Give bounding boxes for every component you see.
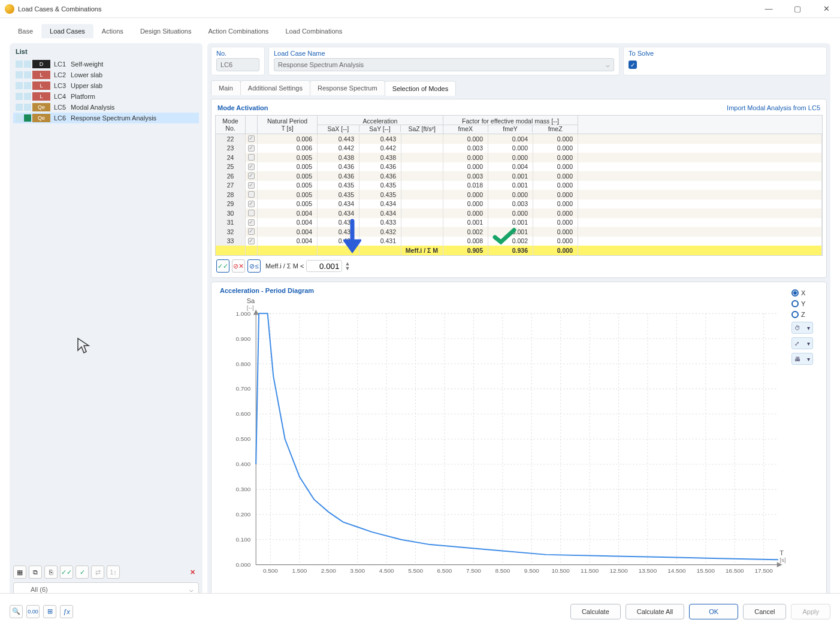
solve-field-box: To Solve ✓ xyxy=(623,47,827,75)
spinner-icon[interactable]: ▲▼ xyxy=(345,261,350,271)
loadcase-row[interactable]: LLC2Lower slab xyxy=(13,69,199,80)
svg-text:16.500: 16.500 xyxy=(726,567,744,574)
loadcase-row[interactable]: DLC1Self-weight xyxy=(13,59,199,69)
mode-checkbox[interactable] xyxy=(248,135,255,142)
precision-button[interactable]: 0.00 xyxy=(26,605,40,618)
mode-checkbox[interactable] xyxy=(248,201,255,207)
detail-panel: No. LC6 Load Case Name Response Spectrum… xyxy=(207,43,830,600)
filter-label: Meff.i / Σ M < xyxy=(265,262,304,270)
mode-checkbox[interactable] xyxy=(248,182,255,189)
apply-button: Apply xyxy=(791,604,830,619)
mode-checkbox[interactable] xyxy=(248,164,255,170)
mode-checkbox[interactable] xyxy=(248,228,255,235)
svg-text:1.500: 1.500 xyxy=(292,567,307,574)
chevron-down-icon: ⌵ xyxy=(606,61,610,69)
radio-y[interactable] xyxy=(791,300,799,307)
dup-button[interactable]: ⎘ xyxy=(44,566,58,579)
table-row[interactable]: 290.0050.4340.4340.0000.0030.000 xyxy=(216,199,822,209)
radio-x[interactable] xyxy=(791,289,799,297)
subtab-response-spectrum[interactable]: Response Spectrum xyxy=(310,80,385,95)
minimize-button[interactable]: — xyxy=(760,4,778,13)
subtab-selection-of-modes[interactable]: Selection of Modes xyxy=(385,81,457,96)
solve-checkbox[interactable]: ✓ xyxy=(629,61,637,69)
copy-button[interactable]: ⧉ xyxy=(29,566,42,579)
chart-panel: Acceleration - Period Diagram 0.0000.100… xyxy=(211,282,827,597)
ok-button[interactable]: OK xyxy=(689,604,738,619)
table-row[interactable]: 250.0050.4360.4360.0000.0040.000 xyxy=(216,162,822,172)
tree-button[interactable]: ⊞ xyxy=(43,605,56,618)
svg-text:0.500: 0.500 xyxy=(236,436,251,442)
svg-text:0.200: 0.200 xyxy=(236,511,251,518)
loadcase-row[interactable]: LLC4Platform xyxy=(13,91,199,102)
table-row[interactable]: 280.0050.4350.4350.0000.0000.000 xyxy=(216,190,822,199)
col-period: Natural PeriodT [s] xyxy=(258,116,318,134)
svg-text:3.500: 3.500 xyxy=(350,567,365,574)
radio-z[interactable] xyxy=(791,311,799,318)
table-row[interactable]: 240.0050.4380.4380.0000.0000.000 xyxy=(216,153,822,162)
plot-dropdown[interactable]: ⤢▾ xyxy=(791,337,813,349)
uncheck-all-button[interactable]: ✓ xyxy=(75,566,89,579)
table-row[interactable]: 300.0040.4340.4340.0000.0000.000 xyxy=(216,208,822,218)
svg-text:T: T xyxy=(779,549,784,557)
table-row[interactable]: 220.0060.4430.4430.0000.0040.000 xyxy=(216,134,822,144)
table-row[interactable]: 320.0040.4320.4320.0020.0010.000 xyxy=(216,227,822,237)
mode-checkbox[interactable] xyxy=(248,154,255,161)
mode-checkbox[interactable] xyxy=(248,191,255,198)
search-button[interactable]: 🔍 xyxy=(10,605,23,618)
tab-load-cases[interactable]: Load Cases xyxy=(41,24,93,38)
print-dropdown[interactable]: 🖶▾ xyxy=(791,353,813,365)
swap-button[interactable]: ⇄ xyxy=(91,566,104,579)
mode-checkbox[interactable] xyxy=(248,219,255,226)
renum-button[interactable]: 1↕ xyxy=(107,566,120,579)
mode-checkbox[interactable] xyxy=(248,145,255,152)
filter-value-input[interactable] xyxy=(306,260,342,272)
loadcase-row[interactable]: QeLC5Modal Analysis xyxy=(13,102,199,113)
col-check xyxy=(246,116,258,134)
mode-checkbox[interactable] xyxy=(248,238,255,244)
tab-base[interactable]: Base xyxy=(10,24,41,38)
import-link[interactable]: Import Modal Analysis from LC5 xyxy=(727,104,820,111)
col-factor: Factor for effective modal mass [--] fme… xyxy=(443,116,578,134)
svg-text:[s]: [s] xyxy=(779,557,786,563)
calculate-button[interactable]: Calculate xyxy=(570,604,621,619)
table-row[interactable]: 230.0060.4420.4420.0030.0000.000 xyxy=(216,144,822,153)
name-input[interactable]: Response Spectrum Analysis ⌵ xyxy=(274,58,614,71)
no-field-box: No. LC6 xyxy=(211,47,265,75)
footer: 🔍 0.00 ⊞ ƒx Calculate Calculate All OK C… xyxy=(0,593,840,629)
close-button[interactable]: ✕ xyxy=(817,4,835,13)
new-button[interactable]: ▦ xyxy=(13,566,26,579)
table-row[interactable]: 330.0040.4310.4310.0080.0020.000 xyxy=(216,237,822,246)
deselect-button[interactable]: ⊘✕ xyxy=(232,259,245,273)
tab-design-situations[interactable]: Design Situations xyxy=(132,24,200,38)
loadcase-row[interactable]: LLC3Upper slab xyxy=(13,80,199,91)
delete-button[interactable]: ✕ xyxy=(186,566,199,579)
name-field-box: Load Case Name Response Spectrum Analysi… xyxy=(268,47,620,75)
svg-text:10.500: 10.500 xyxy=(552,567,570,574)
subtab-main[interactable]: Main xyxy=(211,80,241,95)
table-row[interactable]: 260.0050.4360.4360.0030.0010.000 xyxy=(216,171,822,181)
svg-text:12.500: 12.500 xyxy=(609,567,628,574)
fx-button[interactable]: ƒx xyxy=(60,605,73,618)
tab-actions[interactable]: Actions xyxy=(93,24,132,38)
filter-button[interactable]: ⊘≤ xyxy=(247,259,261,273)
timer-dropdown[interactable]: ⏱▾ xyxy=(791,322,813,334)
tab-action-combinations[interactable]: Action Combinations xyxy=(200,24,277,38)
mode-checkbox[interactable] xyxy=(248,173,255,179)
mode-checkbox[interactable] xyxy=(248,210,255,216)
svg-text:0.100: 0.100 xyxy=(236,536,251,543)
svg-text:0.500: 0.500 xyxy=(263,567,278,574)
no-input[interactable]: LC6 xyxy=(216,58,259,71)
select-all-button[interactable]: ✓✓ xyxy=(216,259,229,273)
maximize-button[interactable]: ▢ xyxy=(788,4,806,13)
table-row[interactable]: 310.0040.4330.4330.0010.0010.000 xyxy=(216,218,822,228)
cancel-button[interactable]: Cancel xyxy=(743,604,786,619)
calculate-all-button[interactable]: Calculate All xyxy=(626,604,685,619)
check-all-button[interactable]: ✓✓ xyxy=(60,566,73,579)
subtab-additional-settings[interactable]: Additional Settings xyxy=(240,80,310,95)
chart-controls: X Y Z ⏱▾ ⤢▾ 🖶▾ xyxy=(791,287,821,591)
loadcase-row[interactable]: QeLC6Response Spectrum Analysis xyxy=(13,113,199,123)
svg-text:0.400: 0.400 xyxy=(236,461,251,467)
table-row[interactable]: 270.0050.4350.4350.0180.0010.000 xyxy=(216,181,822,190)
tab-load-combinations[interactable]: Load Combinations xyxy=(277,24,350,38)
modes-title: Mode Activation xyxy=(217,104,268,111)
